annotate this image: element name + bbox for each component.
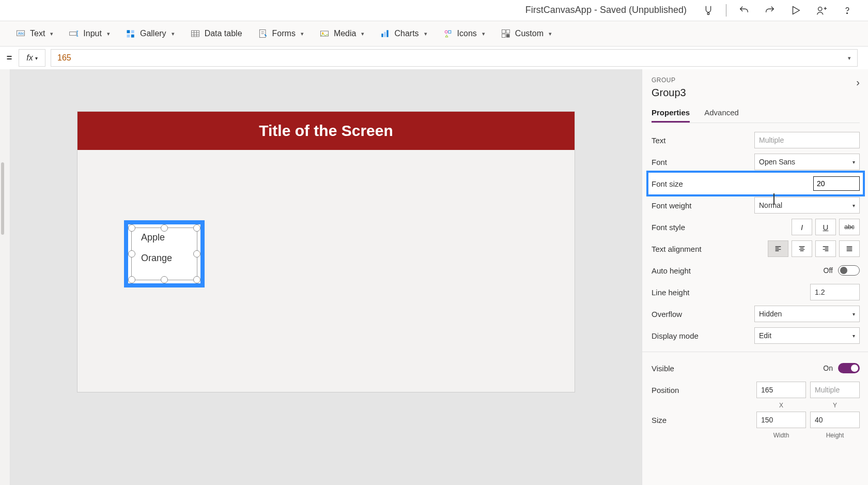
forms-icon [258,28,268,39]
ribbon-gallery-label: Gallery [140,29,166,38]
prop-label-font-weight: Font weight [652,201,692,210]
font-weight-select[interactable]: Normal ▾ [754,197,860,214]
share-icon[interactable] [813,2,830,19]
chevron-down-icon: ▾ [50,31,53,37]
font-size-input[interactable] [813,176,860,191]
app-checker-icon[interactable] [700,2,717,19]
ribbon-icons[interactable]: Icons ▾ [443,28,485,39]
selected-group[interactable]: Apple Orange [124,220,205,287]
resize-handle-tr[interactable] [193,224,200,232]
chevron-down-icon: ▾ [482,31,485,37]
font-value: Open Sans [759,158,795,166]
position-y-caption: Y [810,402,860,409]
ribbon-charts[interactable]: Charts ▾ [380,28,427,39]
properties-panel: GROUP Group3 › Properties Advanced Text … [642,69,868,485]
align-right-button[interactable] [815,240,836,257]
size-width-input[interactable]: 150 [756,412,806,428]
font-select[interactable]: Open Sans ▾ [754,154,860,170]
prop-label-text: Text [652,136,666,145]
size-height-caption: Height [810,432,860,439]
redo-icon[interactable] [762,2,778,19]
resize-handle-br[interactable] [193,276,200,283]
resize-handle-bl[interactable] [128,276,135,283]
undo-icon[interactable] [736,2,752,19]
align-left-button[interactable] [768,240,788,257]
ribbon-custom[interactable]: Custom ▾ [501,28,552,39]
formula-bar: = fx ▾ 165 ▾ [0,47,868,69]
position-x-caption: X [756,402,806,409]
ribbon-custom-label: Custom [515,29,544,38]
resize-handle-ml[interactable] [128,250,135,257]
svg-point-1 [818,7,822,10]
section-separator [642,352,868,352]
canvas-label-apple[interactable]: Apple [141,232,165,243]
text-value-input[interactable]: Multiple [754,132,860,148]
ribbon-media[interactable]: Media ▾ [319,28,365,39]
auto-height-toggle[interactable] [838,265,860,276]
ribbon-charts-label: Charts [394,29,419,38]
resize-handle-bc[interactable] [161,276,168,283]
svg-point-2 [847,12,848,13]
line-height-input[interactable]: 1.2 [810,284,860,300]
help-icon[interactable] [839,2,856,19]
canvas-area[interactable]: Title of the Screen Apple Orange [10,69,642,485]
play-preview-icon[interactable] [787,2,804,19]
gallery-icon [126,28,136,39]
visible-value: On [823,364,833,372]
font-style-italic-button[interactable]: I [792,219,812,235]
separator [726,4,726,17]
svg-rect-21 [502,34,505,38]
overflow-select[interactable]: Hidden ▾ [754,306,860,322]
svg-rect-9 [131,35,134,38]
display-mode-select[interactable]: Edit ▾ [754,327,860,344]
prop-label-text-align: Text alignment [652,245,702,253]
fx-property-selector[interactable]: fx ▾ [19,49,45,67]
tab-properties[interactable]: Properties [652,108,690,123]
prop-row-line-height: Line height 1.2 [652,281,860,303]
fx-label: fx [26,53,33,63]
svg-rect-7 [131,30,134,33]
panel-collapse-icon[interactable]: › [856,77,860,88]
resize-handle-tc[interactable] [161,224,168,232]
screen-title-label[interactable]: Title of the Screen [78,112,575,150]
canvas-screen[interactable]: Title of the Screen Apple Orange [78,112,575,392]
resize-handle-mr[interactable] [193,250,200,257]
prop-row-text-align: Text alignment [652,238,860,260]
prop-row-font-size: Font size [648,173,863,194]
formula-value: 165 [57,53,71,63]
svg-rect-18 [448,31,451,33]
left-gutter[interactable] [0,69,10,485]
selection-box: Apple Orange [131,228,197,280]
svg-rect-5 [70,32,76,36]
font-style-underline-button[interactable]: U [815,219,836,235]
prop-row-overflow: Overflow Hidden ▾ [652,303,860,325]
ribbon-data-table[interactable]: Data table [190,28,242,39]
tab-advanced[interactable]: Advanced [704,108,739,123]
formula-input[interactable]: 165 ▾ [51,49,858,67]
prop-row-font: Font Open Sans ▾ [652,151,860,173]
resize-handle-tl[interactable] [128,224,135,232]
ribbon-text[interactable]: Abc Text ▾ [16,28,53,39]
align-justify-button[interactable] [839,240,860,257]
ribbon-input[interactable]: Input ▾ [69,28,110,39]
align-center-button[interactable] [792,240,812,257]
app-title: FirstCanvasApp - Saved (Unpublished) [525,5,687,16]
charts-icon [380,28,390,39]
overflow-value: Hidden [759,310,782,318]
prop-row-visible: Visible On [652,357,860,379]
canvas-label-orange[interactable]: Orange [141,253,172,264]
position-x-input[interactable]: 165 [756,382,806,398]
chevron-down-icon: ▾ [35,55,38,61]
ribbon-gallery[interactable]: Gallery ▾ [126,28,175,39]
ribbon-forms[interactable]: Forms ▾ [258,28,304,39]
prop-label-line-height: Line height [652,288,689,297]
size-height-input[interactable]: 40 [810,412,860,428]
size-width-caption: Width [756,432,806,439]
chevron-down-icon: ▾ [853,159,855,165]
font-style-strike-button[interactable]: abc [839,219,860,235]
visible-toggle[interactable] [838,363,860,373]
position-y-input[interactable]: Multiple [810,382,860,398]
prop-row-font-weight: Font weight Normal ▾ [652,194,860,216]
panel-object-name: Group3 [652,87,686,99]
chevron-down-icon: ▾ [361,31,364,37]
